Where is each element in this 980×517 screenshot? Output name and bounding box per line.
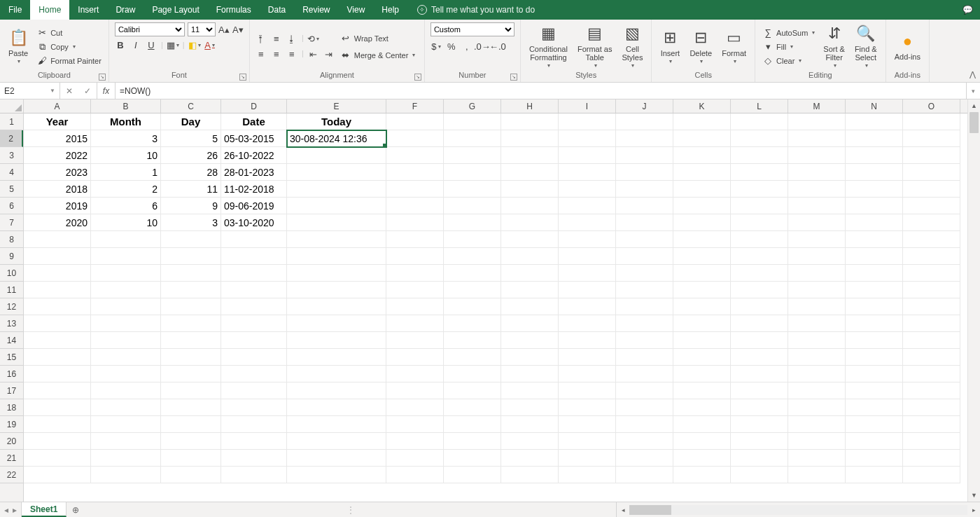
hscroll-thumb[interactable] (629, 505, 671, 515)
cell-F3[interactable] (386, 147, 444, 164)
menu-tab-page-layout[interactable]: Page Layout (144, 0, 207, 20)
expand-formula-icon[interactable]: ▾ (966, 83, 980, 99)
row-header-6[interactable]: 6 (0, 198, 23, 214)
row-header-13[interactable]: 13 (0, 315, 23, 332)
col-header-I[interactable]: I (559, 99, 616, 113)
cell-B14[interactable] (91, 332, 161, 349)
cell-E5[interactable] (287, 181, 386, 198)
vertical-scrollbar[interactable]: ▲ ▼ (967, 99, 980, 502)
bold-button[interactable]: B (115, 39, 126, 50)
cell-C6[interactable]: 9 (161, 198, 221, 214)
menu-tab-review[interactable]: Review (294, 0, 338, 20)
cell-E8[interactable] (287, 231, 386, 248)
cell-K2[interactable] (673, 130, 731, 147)
cell-E22[interactable] (287, 467, 386, 483)
cell-D22[interactable] (221, 467, 287, 483)
cell-J4[interactable] (616, 164, 673, 181)
cell-L17[interactable] (731, 382, 788, 399)
row-header-7[interactable]: 7 (0, 214, 23, 231)
cell-E9[interactable] (287, 248, 386, 265)
cell-K7[interactable] (673, 214, 731, 231)
cell-H7[interactable] (501, 214, 559, 231)
border-button[interactable]: ▦ (167, 39, 178, 50)
cell-N12[interactable] (846, 298, 903, 315)
cell-A10[interactable] (24, 265, 91, 282)
cell-J12[interactable] (616, 298, 673, 315)
format-painter-button[interactable]: 🖌Format Painter (35, 55, 103, 67)
delete-cells-button[interactable]: ⊟Delete (687, 22, 715, 71)
menu-tab-insert[interactable]: Insert (69, 0, 107, 20)
cell-D6[interactable]: 09-06-2019 (221, 198, 287, 214)
cell-A18[interactable] (24, 399, 91, 416)
cell-O14[interactable] (903, 332, 960, 349)
collapse-ribbon-icon[interactable]: ⋀ (969, 70, 976, 79)
cell-F4[interactable] (386, 164, 444, 181)
cell-D21[interactable] (221, 450, 287, 467)
comma-icon[interactable]: , (461, 41, 472, 52)
cell-A22[interactable] (24, 467, 91, 483)
cell-styles-button[interactable]: ▧Cell Styles (619, 22, 645, 71)
conditional-formatting-button[interactable]: ▦Conditional Formatting (526, 22, 570, 71)
cell-C17[interactable] (161, 382, 221, 399)
cell-K13[interactable] (673, 315, 731, 332)
cell-E14[interactable] (287, 332, 386, 349)
cell-N2[interactable] (846, 130, 903, 147)
cell-I10[interactable] (559, 265, 616, 282)
menu-tab-draw[interactable]: Draw (107, 0, 144, 20)
row-header-12[interactable]: 12 (0, 298, 23, 315)
row-header-17[interactable]: 17 (0, 382, 23, 399)
cell-M4[interactable] (788, 164, 846, 181)
cell-N8[interactable] (846, 231, 903, 248)
cell-I13[interactable] (559, 315, 616, 332)
cell-N1[interactable] (846, 113, 903, 130)
comments-icon[interactable]: 💬 (955, 0, 980, 20)
dialog-launcher[interactable]: ↘ (510, 74, 517, 81)
next-sheet-icon[interactable]: ▸ (13, 505, 17, 515)
increase-font-icon[interactable]: A▴ (218, 24, 230, 35)
cell-G3[interactable] (444, 147, 501, 164)
cell-B7[interactable]: 10 (91, 214, 161, 231)
cell-M11[interactable] (788, 282, 846, 298)
cell-B15[interactable] (91, 349, 161, 366)
cell-A15[interactable] (24, 349, 91, 366)
cell-E18[interactable] (287, 399, 386, 416)
cell-C16[interactable] (161, 366, 221, 382)
cell-D8[interactable] (221, 231, 287, 248)
cell-O11[interactable] (903, 282, 960, 298)
cell-J7[interactable] (616, 214, 673, 231)
cell-A20[interactable] (24, 433, 91, 450)
cell-B5[interactable]: 2 (91, 181, 161, 198)
cell-J19[interactable] (616, 416, 673, 433)
cell-A9[interactable] (24, 248, 91, 265)
cell-L22[interactable] (731, 467, 788, 483)
cell-O6[interactable] (903, 198, 960, 214)
cell-N21[interactable] (846, 450, 903, 467)
paste-button[interactable]: 📋 Paste (6, 22, 31, 71)
scroll-up-icon[interactable]: ▲ (968, 99, 980, 112)
cell-C5[interactable]: 11 (161, 181, 221, 198)
scroll-thumb[interactable] (969, 112, 979, 133)
enter-formula-icon[interactable]: ✓ (78, 86, 97, 96)
cell-C9[interactable] (161, 248, 221, 265)
prev-sheet-icon[interactable]: ◂ (4, 505, 8, 515)
cell-C1[interactable]: Day (161, 113, 221, 130)
cell-M12[interactable] (788, 298, 846, 315)
cell-H20[interactable] (501, 433, 559, 450)
cell-A2[interactable]: 2015 (24, 130, 91, 147)
cell-G4[interactable] (444, 164, 501, 181)
cell-H22[interactable] (501, 467, 559, 483)
cell-H3[interactable] (501, 147, 559, 164)
format-cells-button[interactable]: ▭Format (719, 22, 749, 71)
cell-J9[interactable] (616, 248, 673, 265)
cell-C15[interactable] (161, 349, 221, 366)
cell-E20[interactable] (287, 433, 386, 450)
cell-N16[interactable] (846, 366, 903, 382)
cell-O3[interactable] (903, 147, 960, 164)
copy-button[interactable]: ⧉Copy (35, 41, 103, 53)
cell-K3[interactable] (673, 147, 731, 164)
col-header-O[interactable]: O (903, 99, 960, 113)
cell-C4[interactable]: 28 (161, 164, 221, 181)
underline-button[interactable]: U (146, 39, 157, 50)
cell-G10[interactable] (444, 265, 501, 282)
menu-tab-file[interactable]: File (0, 0, 30, 20)
